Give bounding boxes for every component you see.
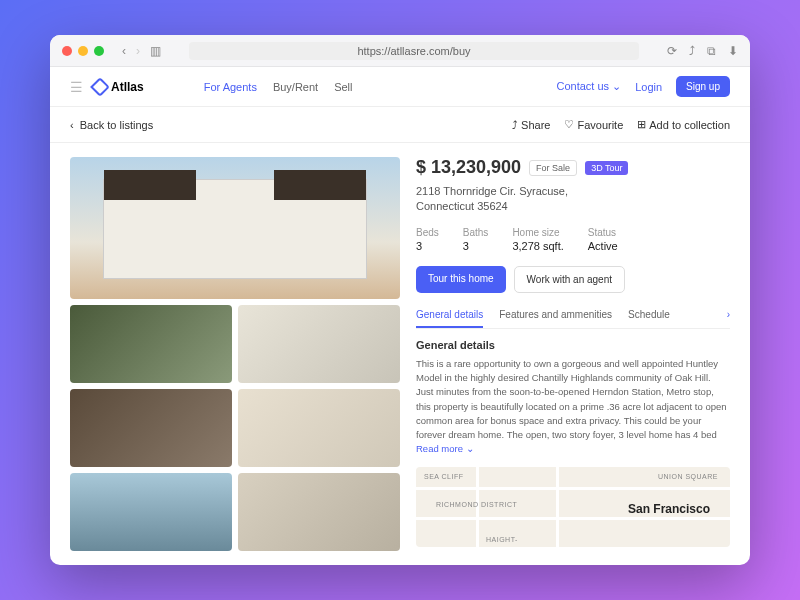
sub-bar: ‹ Back to listings ⤴ Share ♡ Favourite ⊞… xyxy=(50,107,750,143)
for-sale-badge: For Sale xyxy=(529,160,577,176)
tab-general[interactable]: General details xyxy=(416,309,483,328)
detail-tabs: General details Features and ammenities … xyxy=(416,309,730,329)
work-with-agent-button[interactable]: Work with an agent xyxy=(514,266,625,293)
url-bar[interactable]: https://atllasre.com/buy xyxy=(189,42,639,60)
browser-window: ‹ › ▥ https://atllasre.com/buy ⟳ ⤴ ⧉ ⬇ ☰… xyxy=(50,35,750,565)
stat-beds: Beds3 xyxy=(416,227,439,252)
subbar-actions: ⤴ Share ♡ Favourite ⊞ Add to collection xyxy=(512,118,730,131)
map[interactable]: SEA CLIFF RICHMOND DISTRICT UNION SQUARE… xyxy=(416,467,730,547)
minimize-icon[interactable] xyxy=(78,46,88,56)
address: 2118 Thornridge Cir. Syracuse, Connectic… xyxy=(416,184,730,215)
nav-right: Contact us ⌄ Login Sign up xyxy=(557,76,731,97)
share-icon: ⤴ xyxy=(512,119,518,131)
share-button[interactable]: ⤴ Share xyxy=(512,118,550,131)
3d-tour-badge[interactable]: 3D Tour xyxy=(585,161,628,175)
stats-row: Beds3 Baths3 Home size3,278 sqft. Status… xyxy=(416,227,730,252)
content: $ 13,230,900 For Sale 3D Tour 2118 Thorn… xyxy=(50,143,750,565)
map-neighborhood: UNION SQUARE xyxy=(658,473,718,480)
thumbnail[interactable] xyxy=(238,305,400,383)
map-neighborhood: RICHMOND DISTRICT xyxy=(436,501,517,508)
tabs-icon[interactable]: ⧉ xyxy=(707,44,716,58)
read-more-link[interactable]: Read more xyxy=(416,443,463,454)
thumbnails xyxy=(70,305,400,551)
map-city-label: San Francisco xyxy=(628,502,710,516)
traffic-lights xyxy=(62,46,104,56)
stat-baths: Baths3 xyxy=(463,227,489,252)
add-collection-button[interactable]: ⊞ Add to collection xyxy=(637,118,730,131)
signup-button[interactable]: Sign up xyxy=(676,76,730,97)
close-icon[interactable] xyxy=(62,46,72,56)
chevron-right-icon[interactable]: › xyxy=(727,309,730,328)
description: This is a rare opportunity to own a gorg… xyxy=(416,357,730,457)
logo-icon xyxy=(90,77,110,97)
favourite-button[interactable]: ♡ Favourite xyxy=(564,118,623,131)
toolbar-icons: ⟳ ⤴ ⧉ ⬇ xyxy=(667,44,738,58)
nav-for-agents[interactable]: For Agents xyxy=(204,81,257,93)
top-nav: ☰ Atllas For Agents Buy/Rent Sell Contac… xyxy=(50,67,750,107)
nav-sell[interactable]: Sell xyxy=(334,81,352,93)
price-row: $ 13,230,900 For Sale 3D Tour xyxy=(416,157,730,178)
tour-home-button[interactable]: Tour this home xyxy=(416,266,506,293)
share-icon[interactable]: ⤴ xyxy=(689,44,695,58)
heart-icon: ♡ xyxy=(564,118,574,131)
nav-contact[interactable]: Contact us ⌄ xyxy=(557,80,622,93)
brand-name: Atllas xyxy=(111,80,144,94)
thumbnail[interactable] xyxy=(238,389,400,467)
tab-schedule[interactable]: Schedule xyxy=(628,309,670,328)
thumbnail[interactable] xyxy=(70,473,232,551)
stat-size: Home size3,278 sqft. xyxy=(512,227,563,252)
refresh-icon[interactable]: ⟳ xyxy=(667,44,677,58)
chevron-down-icon: ⌄ xyxy=(466,443,474,454)
nav-buy-rent[interactable]: Buy/Rent xyxy=(273,81,318,93)
download-icon[interactable]: ⬇ xyxy=(728,44,738,58)
back-to-listings[interactable]: ‹ Back to listings xyxy=(70,119,153,131)
photo-gallery xyxy=(70,157,400,551)
price: $ 13,230,900 xyxy=(416,157,521,178)
menu-icon[interactable]: ☰ xyxy=(70,79,83,95)
map-neighborhood: HAIGHT- xyxy=(486,536,518,543)
titlebar: ‹ › ▥ https://atllasre.com/buy ⟳ ⤴ ⧉ ⬇ xyxy=(50,35,750,67)
stat-status: StatusActive xyxy=(588,227,618,252)
thumbnail[interactable] xyxy=(238,473,400,551)
nav-login[interactable]: Login xyxy=(635,81,662,93)
sidebar-icon[interactable]: ▥ xyxy=(150,44,161,58)
listing-details: $ 13,230,900 For Sale 3D Tour 2118 Thorn… xyxy=(416,157,730,551)
maximize-icon[interactable] xyxy=(94,46,104,56)
chevron-down-icon: ⌄ xyxy=(612,80,621,92)
building-illustration xyxy=(103,179,367,279)
thumbnail[interactable] xyxy=(70,389,232,467)
address-line2: Connecticut 35624 xyxy=(416,199,730,214)
hero-photo[interactable] xyxy=(70,157,400,299)
nav-buttons: ‹ › ▥ xyxy=(122,44,161,58)
plus-icon: ⊞ xyxy=(637,118,646,131)
back-icon[interactable]: ‹ xyxy=(122,44,126,58)
address-line1: 2118 Thornridge Cir. Syracuse, xyxy=(416,184,730,199)
section-title: General details xyxy=(416,339,730,351)
forward-icon[interactable]: › xyxy=(136,44,140,58)
thumbnail[interactable] xyxy=(70,305,232,383)
nav-links: For Agents Buy/Rent Sell xyxy=(204,81,353,93)
map-neighborhood: SEA CLIFF xyxy=(424,473,464,480)
tab-features[interactable]: Features and ammenities xyxy=(499,309,612,328)
cta-row: Tour this home Work with an agent xyxy=(416,266,730,293)
logo[interactable]: Atllas xyxy=(93,80,144,94)
